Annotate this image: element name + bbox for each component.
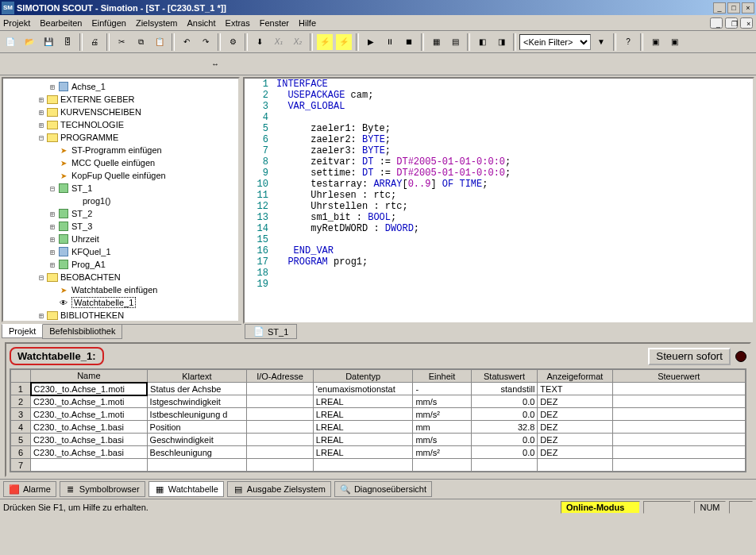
table-row[interactable]: 4C230._to.Achse_1.basiPositionLREALmm32.…: [11, 421, 746, 434]
table-cell[interactable]: [612, 459, 745, 472]
code-line[interactable]: 7 zaeler3: BYTE;: [245, 145, 753, 156]
code-line[interactable]: 2 USEPACKAGE cam;: [245, 90, 753, 101]
bottom-tab-watchtabelle[interactable]: ▦Watchtabelle: [148, 481, 224, 497]
code-line[interactable]: 6 zaeler2: BYTE;: [245, 134, 753, 145]
bottom-tab-symbolbrowser[interactable]: ≣Symbolbrowser: [60, 481, 145, 497]
table-cell[interactable]: Geschwindigkeit: [147, 434, 247, 446]
code-line[interactable]: 11 Uhrlesen : rtc;: [245, 190, 753, 201]
bottom-tab-alarme[interactable]: 🟥Alarme: [3, 481, 56, 497]
row-header[interactable]: 6: [11, 446, 31, 459]
table-cell[interactable]: [147, 459, 247, 472]
table-row[interactable]: 1C230._to.Achse_1.motiStatus der Achsbe'…: [11, 383, 746, 395]
table-row[interactable]: 7: [11, 459, 746, 472]
maximize-button[interactable]: □: [727, 2, 740, 13]
table-header[interactable]: Statuswert: [471, 370, 538, 383]
panel-tool-button[interactable]: ↔: [206, 56, 224, 73]
row-header[interactable]: 3: [11, 408, 31, 421]
table-row[interactable]: 3C230._to.Achse_1.motiIstbeschleunigung …: [11, 408, 746, 421]
table-cell[interactable]: C230._to.Achse_1.moti: [31, 383, 147, 395]
tree-item[interactable]: ⊞TECHNOLOGIE: [3, 118, 238, 131]
help-button[interactable]: ?: [619, 33, 637, 51]
table-cell[interactable]: LREAL: [313, 434, 413, 446]
expand-icon[interactable]: ⊞: [48, 222, 57, 231]
redo-button[interactable]: ↷: [197, 33, 214, 51]
tree-item[interactable]: ⊞KFQuel_1: [3, 245, 238, 258]
table-row[interactable]: 6C230._to.Achse_1.basiBeschleunigungLREA…: [11, 446, 746, 459]
code-line[interactable]: 16 END_VAR: [245, 245, 753, 256]
table-cell[interactable]: [313, 459, 413, 472]
tree-item[interactable]: ⊞ST_2: [3, 207, 238, 220]
expand-icon[interactable]: ⊞: [37, 121, 46, 129]
bottom-tab-ausgabe-zielsystem[interactable]: ▤Ausgabe Zielsystem: [227, 481, 331, 497]
table-row[interactable]: 2C230._to.Achse_1.motiIstgeschwindigkeit…: [11, 395, 746, 408]
watch-table[interactable]: NameKlartextI/O-AdresseDatentypEinheitSt…: [10, 369, 746, 472]
code-line[interactable]: 5 zaeler1: Byte;: [245, 123, 753, 134]
code-line[interactable]: 8 zeitvar: DT := DT#2005-01-01-0:0:0;: [245, 156, 753, 168]
code-tab-st1[interactable]: 📄 ST_1: [245, 324, 297, 339]
table-cell[interactable]: LREAL: [313, 446, 413, 459]
table-cell[interactable]: [247, 408, 314, 421]
offline-button[interactable]: ⚡: [335, 33, 353, 51]
expand-icon[interactable]: ⊟: [37, 133, 46, 142]
tree-item[interactable]: prog1(): [3, 195, 238, 207]
tree-item[interactable]: ⊞Achse_1: [3, 80, 238, 93]
code-line[interactable]: 10 testarray: ARRAY[0..9] OF TIME;: [245, 179, 753, 190]
expand-icon[interactable]: ⊞: [48, 83, 57, 91]
menu-fenster[interactable]: Fenster: [260, 18, 289, 28]
table-cell[interactable]: [612, 446, 745, 459]
code-line[interactable]: 17 PROGRAM prog1;: [245, 256, 753, 268]
table-cell[interactable]: mm/s²: [413, 408, 471, 421]
cut-button[interactable]: ✂: [113, 33, 130, 51]
table-cell[interactable]: [247, 446, 314, 459]
table-cell[interactable]: [612, 383, 745, 395]
tree-item[interactable]: ⊟BEOBACHTEN: [3, 271, 238, 283]
steuern-sofort-button[interactable]: Steuern sofort: [648, 348, 731, 365]
undo-button[interactable]: ↶: [178, 33, 195, 51]
mdi-restore-button[interactable]: ❐: [725, 17, 738, 29]
menu-projekt[interactable]: Projekt: [3, 18, 30, 28]
row-header[interactable]: 5: [11, 434, 31, 446]
table-cell[interactable]: Istgeschwindigkeit: [147, 395, 247, 408]
menu-ansicht[interactable]: Ansicht: [187, 18, 215, 28]
expand-icon[interactable]: ⊞: [48, 248, 57, 256]
table-cell[interactable]: C230._to.Achse_1.moti: [31, 408, 147, 421]
table-cell[interactable]: C230._to.Achse_1.basi: [31, 434, 147, 446]
table-row[interactable]: 5C230._to.Achse_1.basiGeschwindigkeitLRE…: [11, 434, 746, 446]
table-cell[interactable]: 0.0: [471, 434, 538, 446]
table-header[interactable]: Anzeigeformat: [538, 370, 612, 383]
monitor2-button[interactable]: ⏸: [381, 33, 399, 51]
table-cell[interactable]: DEZ: [538, 421, 612, 434]
tree-item[interactable]: ➤ST-Programm einfügen: [3, 144, 238, 156]
table-cell[interactable]: [612, 408, 745, 421]
minimize-button[interactable]: _: [713, 2, 726, 13]
close-button[interactable]: ×: [742, 2, 754, 13]
table-cell[interactable]: C230._to.Achse_1.moti: [31, 395, 147, 408]
code-line[interactable]: 9 settime: DT := DT#2005-01-01-0:0:0;: [245, 168, 753, 179]
table-cell[interactable]: Position: [147, 421, 247, 434]
table-cell[interactable]: DEZ: [538, 408, 612, 421]
code-line[interactable]: 4: [245, 112, 753, 123]
tree-item[interactable]: ➤KopFup Quelle einfügen: [3, 169, 238, 182]
table-cell[interactable]: 32.8: [471, 421, 538, 434]
view1-button[interactable]: ▦: [427, 33, 445, 51]
x1-button[interactable]: X₁: [270, 33, 287, 51]
menu-extras[interactable]: Extras: [226, 18, 250, 28]
menu-zielsystem[interactable]: Zielsystem: [136, 18, 178, 28]
table-cell[interactable]: [538, 459, 612, 472]
tab-befehlsbibliothek[interactable]: Befehlsbibliothek: [42, 325, 122, 339]
row-header[interactable]: 1: [11, 383, 31, 395]
table-cell[interactable]: 0.0: [471, 446, 538, 459]
menu-einfuegen[interactable]: Einfügen: [91, 18, 125, 28]
table-cell[interactable]: Istbeschleunigung d: [147, 408, 247, 421]
table-cell[interactable]: -: [413, 383, 471, 395]
tree-item[interactable]: ⊞KURVENSCHEIBEN: [3, 106, 238, 118]
table-cell[interactable]: [413, 459, 471, 472]
print-button[interactable]: 🖨: [86, 33, 103, 51]
expand-icon[interactable]: ⊟: [48, 184, 57, 193]
table-cell[interactable]: mm/s: [413, 395, 471, 408]
table-cell[interactable]: Status der Achsbe: [147, 383, 247, 395]
online-button[interactable]: ⚡: [316, 33, 334, 51]
monitor1-button[interactable]: ▶: [362, 33, 380, 51]
monitor3-button[interactable]: ⏹: [400, 33, 418, 51]
row-header[interactable]: 2: [11, 395, 31, 408]
